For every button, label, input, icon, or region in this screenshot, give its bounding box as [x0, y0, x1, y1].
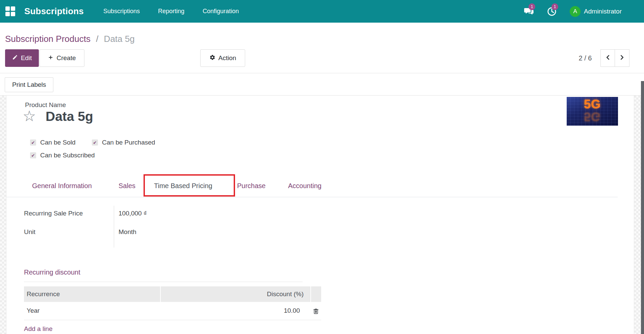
pager — [600, 49, 629, 67]
tab-time-based-pricing[interactable]: Time Based Pricing — [154, 174, 212, 197]
column-header-discount[interactable]: Discount (%) — [160, 286, 311, 302]
checkbox-can-be-subscribed: Can be Subscribed — [30, 152, 95, 159]
unit-label: Unit — [24, 228, 35, 236]
column-header-actions — [311, 286, 321, 302]
add-a-line-link[interactable]: Add a line — [24, 325, 53, 333]
form-sheet: Product Name Data 5g 5G 5G Can be Sold C… — [6, 96, 634, 334]
cell-recurrence: Year — [24, 302, 160, 320]
top-navbar: Subscriptions Subscriptions Reporting Co… — [0, 0, 644, 23]
pencil-icon — [12, 54, 18, 62]
tab-purchase[interactable]: Purchase — [237, 174, 266, 197]
unit-value: Month — [119, 228, 136, 236]
action-button-label: Action — [218, 54, 236, 62]
checkbox-label: Can be Subscribed — [40, 152, 95, 159]
breadcrumb-separator: / — [96, 34, 98, 44]
messages-badge: 1 — [529, 3, 535, 10]
activities-button[interactable]: 1 — [547, 6, 557, 17]
notebook-tabs: General Information Sales Time Based Pri… — [6, 174, 618, 197]
user-menu[interactable]: A Administrator — [570, 6, 622, 17]
breadcrumb: Subscription Products / Data 5g — [5, 34, 135, 44]
create-button-label: Create — [56, 54, 76, 62]
form-statusbar: Print Labels — [0, 73, 644, 96]
checkbox-checked-icon[interactable] — [30, 152, 36, 158]
navbar-right: 1 1 A Administrator — [524, 0, 644, 23]
checkbox-can-be-purchased: Can be Purchased — [92, 139, 155, 146]
pager-next-button[interactable] — [615, 49, 629, 67]
gear-icon — [209, 54, 215, 62]
tab-accounting[interactable]: Accounting — [288, 174, 321, 197]
pager-counter: 2 / 6 — [572, 49, 599, 67]
breadcrumb-current: Data 5g — [104, 34, 135, 44]
nav-item-configuration[interactable]: Configuration — [203, 8, 239, 15]
recurring-sale-price-label: Recurring Sale Price — [24, 210, 83, 217]
recurring-discount-table: Recurrence Discount (%) Year 10.00 — [24, 286, 321, 320]
pager-previous-button[interactable] — [600, 49, 615, 67]
field-group-separator — [114, 206, 114, 248]
vertical-scrollbar-thumb[interactable] — [641, 81, 644, 334]
messages-button[interactable]: 1 — [524, 6, 534, 17]
nav-item-reporting[interactable]: Reporting — [158, 8, 184, 15]
delete-row-button[interactable] — [313, 308, 319, 314]
content-area: Product Name Data 5g 5G 5G Can be Sold C… — [0, 96, 644, 334]
checkbox-can-be-sold: Can be Sold — [30, 139, 76, 146]
cell-discount: 10.00 — [160, 302, 311, 320]
edit-button-label: Edit — [21, 54, 32, 62]
table-header-row: Recurrence Discount (%) — [24, 286, 321, 302]
print-labels-button[interactable]: Print Labels — [5, 77, 53, 92]
product-title: Data 5g — [46, 109, 93, 124]
tab-sales[interactable]: Sales — [119, 174, 135, 197]
checkbox-checked-icon[interactable] — [92, 139, 98, 146]
chevron-right-icon — [619, 54, 625, 62]
recurring-sale-price-value: 100,000 ₫ — [119, 210, 147, 217]
create-button[interactable]: Create — [40, 49, 84, 67]
chevron-left-icon — [605, 54, 611, 62]
checkbox-label: Can be Sold — [40, 139, 76, 146]
checkbox-checked-icon[interactable] — [30, 139, 36, 146]
favorite-star-icon[interactable] — [23, 108, 36, 125]
breadcrumb-parent-link[interactable]: Subscription Products — [5, 34, 91, 44]
action-button[interactable]: Action — [200, 49, 245, 67]
user-name: Administrator — [584, 8, 622, 15]
table-row[interactable]: Year 10.00 — [24, 302, 321, 320]
apps-grid-icon[interactable] — [5, 6, 16, 17]
section-divider — [24, 282, 303, 282]
plus-icon — [48, 54, 53, 62]
checkbox-label: Can be Purchased — [102, 139, 155, 146]
column-header-recurrence[interactable]: Recurrence — [24, 286, 160, 302]
recurring-discount-heading: Recurring discount — [24, 268, 80, 276]
product-image-5g-reflection: 5G — [584, 109, 601, 124]
activities-badge: 1 — [551, 3, 558, 10]
tab-general-information[interactable]: General Information — [32, 174, 92, 197]
nav-item-subscriptions[interactable]: Subscriptions — [103, 8, 140, 15]
product-image[interactable]: 5G 5G — [567, 97, 618, 126]
user-avatar: A — [570, 6, 581, 17]
main-menu: Subscriptions Reporting Configuration — [103, 8, 239, 15]
app-brand-title[interactable]: Subscriptions — [24, 6, 84, 17]
edit-button[interactable]: Edit — [5, 49, 39, 67]
